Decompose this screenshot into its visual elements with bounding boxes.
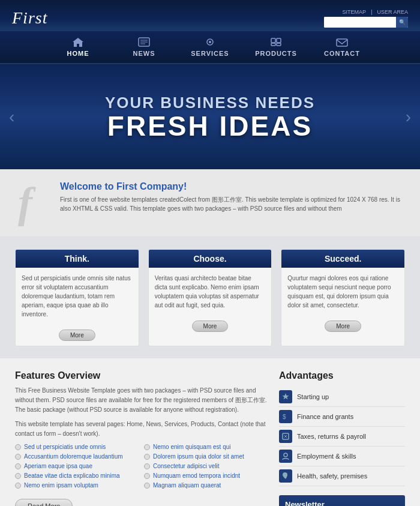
taxes-icon [279, 430, 292, 443]
advantages-title: Advantages [279, 370, 405, 381]
main-nav: HOME NEWS SERVICES [0, 31, 420, 64]
news-icon [136, 36, 152, 48]
welcome-body: First is one of free website templates c… [60, 195, 402, 213]
feature-item: Magnam aliquam quaerat [144, 482, 267, 489]
nav-contact[interactable]: CONTACT [309, 31, 375, 63]
advantage-item: Health, safety, premises [279, 466, 405, 486]
contact-icon [334, 36, 350, 48]
card-succeed-more-button[interactable]: More [325, 321, 361, 332]
search-bar: 🔍 [324, 17, 408, 28]
feature-item: Aperiam eaque ipsa quae [15, 463, 138, 469]
nav-services[interactable]: SERVICES [177, 31, 243, 63]
features-section: Features Overview This Free Business Web… [15, 370, 267, 506]
advantage-item: Employment & skills [279, 447, 405, 466]
main-content: Features Overview This Free Business Web… [0, 358, 420, 506]
welcome-section: f Welcome to First Company! First is one… [0, 169, 420, 237]
search-input[interactable] [324, 17, 396, 28]
svg-rect-9 [277, 43, 281, 46]
card-succeed-body: Quurtur magni dolores eos qui ratione vo… [281, 268, 404, 316]
features-col-right: Nemo enim quisquam est qui Dolorem ipsum… [144, 444, 267, 492]
card-choose-body: Veritas quasi architecto beatae bitae di… [149, 268, 272, 316]
newsletter-box: Newsletter Sign up for weekly newsletter… [279, 495, 405, 506]
user-area-link[interactable]: USER AREA [377, 9, 408, 15]
nav-home[interactable]: HOME [45, 31, 111, 63]
features-desc2: This website template has several pages:… [15, 420, 267, 439]
card-think-more-button[interactable]: More [59, 330, 95, 341]
radio-icon [144, 444, 150, 450]
svg-rect-6 [271, 38, 275, 43]
feature-item: Sed ut perspiciatis unde omnis [15, 444, 138, 450]
radio-icon [144, 483, 150, 489]
hero-prev-button[interactable]: ‹ [9, 107, 14, 127]
svg-rect-10 [337, 39, 347, 46]
header-links: SITEMAP | USER AREA [343, 9, 408, 15]
header: First SITEMAP | USER AREA 🔍 [0, 0, 420, 31]
card-succeed-header: Succeed. [281, 250, 404, 268]
radio-icon [144, 473, 150, 479]
svg-point-15 [284, 453, 287, 457]
radio-icon [144, 463, 150, 469]
products-icon [268, 36, 284, 48]
card-think-body: Sed ut perspiciatis unde omnis site natu… [16, 268, 139, 325]
feature-item: Nemo enim quisquam est qui [144, 444, 267, 450]
logo: First [12, 8, 47, 28]
radio-icon [15, 454, 21, 460]
feature-item: Consectetur adipisci velit [144, 463, 267, 469]
starting-up-icon [279, 390, 292, 403]
nav-products[interactable]: PRODUCTS [243, 31, 309, 63]
radio-icon [15, 463, 21, 469]
hero-banner: ‹ YOUR BUSINESS NEEDS FRESH IDEAS › [0, 64, 420, 169]
svg-text:$: $ [283, 414, 286, 420]
feature-item: Dolorem ipsum quia dolor sit amet [144, 453, 267, 460]
card-choose-header: Choose. [149, 250, 272, 268]
home-icon [70, 36, 86, 48]
card-choose: Choose. Veritas quasi architecto beatae … [148, 249, 272, 346]
health-icon [279, 469, 292, 483]
radio-icon [15, 444, 21, 450]
radio-icon [144, 454, 150, 460]
features-col-left: Sed ut perspiciatis unde omnis Accusanti… [15, 444, 138, 492]
cards-section: Think. Sed ut perspiciatis unde omnis si… [0, 237, 420, 358]
card-choose-more-button[interactable]: More [192, 321, 229, 332]
feature-item: Accusantium doloremque laudantium [15, 453, 138, 460]
card-succeed: Succeed. Quurtur magni dolores eos qui r… [281, 249, 405, 346]
svg-rect-8 [271, 43, 275, 46]
sitemap-link[interactable]: SITEMAP [343, 9, 367, 15]
welcome-text: Welcome to First Company! First is one o… [60, 181, 402, 213]
finance-icon: $ [279, 410, 292, 423]
features-desc1: This Free Business Website Template goes… [15, 386, 267, 415]
header-right: SITEMAP | USER AREA 🔍 [324, 9, 408, 28]
svg-rect-7 [277, 38, 281, 43]
svg-point-5 [209, 41, 211, 43]
card-think-footer: More [16, 325, 139, 346]
hero-line2: FRESH IDEAS [105, 112, 315, 140]
right-sidebar: Advantages Starting up $ Finance and gra… [279, 370, 405, 506]
services-icon [202, 36, 218, 48]
advantage-item: $ Finance and grants [279, 407, 405, 427]
hero-text: YOUR BUSINESS NEEDS FRESH IDEAS [105, 94, 315, 140]
radio-icon [15, 483, 21, 489]
welcome-company: First Company [116, 181, 184, 191]
card-succeed-footer: More [281, 316, 404, 337]
search-button[interactable]: 🔍 [396, 17, 408, 28]
nav-news[interactable]: NEWS [111, 31, 177, 63]
radio-icon [15, 473, 21, 479]
features-list: Sed ut perspiciatis unde omnis Accusanti… [15, 444, 267, 492]
welcome-heading: Welcome to First Company! [60, 181, 402, 192]
card-choose-footer: More [149, 316, 272, 337]
feature-item: Numquam emod tempora incidnt [144, 472, 267, 479]
hero-line1: YOUR BUSINESS NEEDS [105, 94, 315, 112]
feature-item: Beatae vitae dicta explicabo minima [15, 472, 138, 479]
advantage-item: Starting up [279, 387, 405, 407]
employment-icon [279, 450, 292, 463]
feature-item: Nemo enim ipsam voluptam [15, 482, 138, 489]
hero-next-button[interactable]: › [406, 107, 411, 127]
welcome-number: f [18, 181, 51, 224]
card-think: Think. Sed ut perspiciatis unde omnis si… [15, 249, 139, 346]
advantage-item: Taxes, returns & payroll [279, 427, 405, 447]
card-think-header: Think. [16, 250, 139, 268]
read-more-button[interactable]: Read More [15, 499, 73, 506]
newsletter-title: Newsletter [285, 500, 399, 506]
features-title: Features Overview [15, 370, 267, 381]
